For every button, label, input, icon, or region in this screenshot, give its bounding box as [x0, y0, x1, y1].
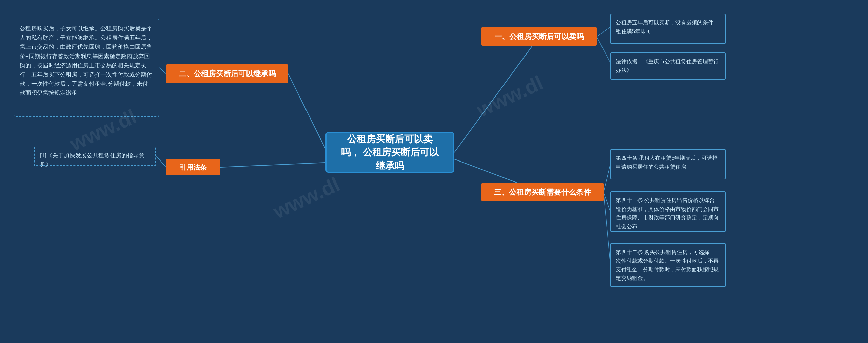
right-info-3: 第四十条 承租人在租赁5年期满后，可选择申请购买居住的公共租赁住房。 — [610, 149, 726, 179]
right-info3-text: 第四十条 承租人在租赁5年期满后，可选择申请购买居住的公共租赁住房。 — [616, 155, 718, 170]
mindmap-container: 公租房买断后可以卖吗， 公租房买断后可以继承吗 一、公租房买断后可以卖吗 二、公… — [0, 0, 868, 343]
right-info-5: 第四十二条 购买公共租赁住房，可选择一次性付款或分期付款。一次性付款后，不再支付… — [610, 243, 726, 287]
cite-ref-node: [1]《关于加快发展公共租赁住房的指导意见》 — [34, 146, 156, 166]
topic-node-1[interactable]: 一、公租房买断后可以卖吗 — [481, 27, 597, 46]
right-info1-text: 公租房五年后可以买断，没有必须的条件，租住满5年即可。 — [616, 20, 719, 34]
right-info2-text: 法律依据：《重庆市公共租赁住房管理暂行办法》 — [616, 59, 719, 73]
topic-node-3[interactable]: 三、公租房买断需要什么条件 — [481, 183, 604, 201]
left-main-text: 公租房购买后，子女可以继承。公租房购买后就是个人的私有财产，子女能够继承。公租房… — [20, 25, 152, 96]
topic3-label: 三、公租房买断需要什么条件 — [494, 187, 591, 197]
cite-ref-text: [1]《关于加快发展公共租赁住房的指导意见》 — [40, 152, 144, 168]
svg-line-9 — [159, 68, 166, 74]
right-info4-text: 第四十一条 公共租赁住房出售价格以综合造价为基准，具体价格由市物价部门会同市住房… — [616, 197, 719, 229]
svg-line-0 — [454, 37, 539, 152]
topic2-label: 二、公租房买断后可以继承吗 — [179, 69, 276, 79]
svg-line-3 — [220, 163, 326, 167]
cite-node[interactable]: 引用法条 — [166, 159, 220, 175]
central-node: 公租房买断后可以卖吗， 公租房买断后可以继承吗 — [326, 132, 454, 173]
svg-line-1 — [288, 74, 326, 149]
cite-label: 引用法条 — [180, 163, 207, 172]
watermark-2: www.dl — [270, 172, 343, 223]
topic-node-2[interactable]: 二、公租房买断后可以继承吗 — [166, 64, 288, 83]
svg-line-5 — [597, 37, 610, 63]
svg-line-8 — [604, 192, 610, 264]
watermark-3: www.dl — [473, 71, 547, 122]
right-info-2: 法律依据：《重庆市公共租赁住房管理暂行办法》 — [610, 52, 726, 80]
central-node-text: 公租房买断后可以卖吗， 公租房买断后可以继承吗 — [340, 132, 440, 172]
topic1-label: 一、公租房买断后可以卖吗 — [494, 31, 584, 42]
right-info5-text: 第四十二条 购买公共租赁住房，可选择一次性付款或分期付款。一次性付款后，不再支付… — [616, 249, 719, 281]
right-info-1: 公租房五年后可以买断，没有必须的条件，租住满5年即可。 — [610, 14, 726, 44]
left-main-content: 公租房购买后，子女可以继承。公租房购买后就是个人的私有财产，子女能够继承。公租房… — [14, 19, 159, 117]
right-info-4: 第四十一条 公共租赁住房出售价格以综合造价为基准，具体价格由市物价部门会同市住房… — [610, 191, 726, 232]
svg-line-4 — [597, 27, 610, 37]
svg-line-10 — [156, 156, 166, 167]
svg-line-7 — [604, 192, 610, 212]
svg-line-6 — [604, 164, 610, 192]
